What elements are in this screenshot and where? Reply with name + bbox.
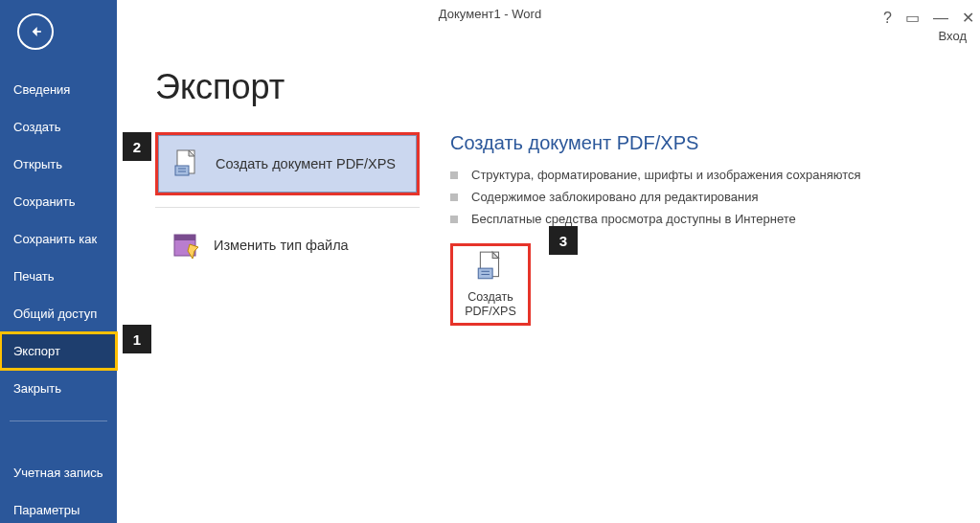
export-options: Создать документ PDF/XPS Изменить тип фа… [155, 132, 423, 326]
nav-save[interactable]: Сохранить [0, 183, 117, 220]
nav-separator [10, 421, 107, 421]
restore-icon[interactable]: ▭ [905, 4, 920, 33]
svg-marker-8 [188, 244, 198, 259]
pdf-document-icon [171, 148, 202, 179]
nav-print[interactable]: Печать [0, 258, 117, 295]
svg-rect-11 [478, 268, 492, 279]
window-title: Документ1 - Word [439, 7, 541, 21]
details-bullet: Структура, форматирование, шрифты и изоб… [450, 164, 942, 186]
button-label: Создать PDF/XPS [465, 290, 516, 319]
nav-info[interactable]: Сведения [0, 71, 117, 108]
minimize-icon[interactable]: — [933, 4, 948, 33]
nav-save-as[interactable]: Сохранить как [0, 220, 117, 258]
annotation-step-1: 1 [123, 325, 151, 353]
pdf-document-icon [474, 250, 507, 283]
backstage-sidebar: Сведения Создать Открыть Сохранить Сохра… [0, 0, 117, 523]
nav-new[interactable]: Создать [0, 108, 117, 146]
option-label: Создать документ PDF/XPS [216, 156, 396, 171]
create-pdf-xps-button[interactable]: Создать PDF/XPS [450, 243, 531, 326]
svg-rect-7 [174, 235, 195, 240]
option-label: Изменить тип файла [214, 238, 349, 253]
option-change-file-type[interactable]: Изменить тип файла [155, 216, 420, 275]
details-bullet: Содержимое заблокировано для редактирова… [450, 186, 942, 208]
nav-options[interactable]: Параметры [0, 491, 117, 523]
nav-export[interactable]: Экспорт [0, 332, 117, 370]
svg-rect-3 [175, 166, 189, 175]
annotation-step-3: 3 [549, 226, 578, 255]
nav-share[interactable]: Общий доступ [0, 295, 117, 332]
details-heading: Создать документ PDF/XPS [450, 132, 942, 154]
nav-close[interactable]: Закрыть [0, 370, 117, 407]
option-details: Создать документ PDF/XPS Структура, форм… [450, 132, 942, 326]
help-icon[interactable]: ? [883, 4, 892, 33]
nav-open[interactable]: Открыть [0, 146, 117, 183]
page-title: Экспорт [155, 67, 942, 107]
title-bar: Документ1 - Word ? ▭ — ✕ [0, 0, 980, 29]
login-link[interactable]: Вход [0, 29, 980, 48]
change-file-type-icon [170, 230, 200, 261]
content-area: Экспорт Создать документ PDF/XPS [117, 48, 980, 523]
svg-rect-0 [34, 31, 41, 33]
options-divider [155, 207, 420, 208]
close-icon[interactable]: ✕ [962, 4, 974, 33]
window-controls: ? ▭ — ✕ [883, 4, 974, 33]
nav-account[interactable]: Учетная запись [0, 454, 117, 491]
annotation-step-2: 2 [123, 132, 151, 161]
back-button[interactable] [17, 13, 54, 50]
details-bullet: Бесплатные средства просмотра доступны в… [450, 208, 942, 230]
option-create-pdf-xps[interactable]: Создать документ PDF/XPS [155, 132, 420, 195]
